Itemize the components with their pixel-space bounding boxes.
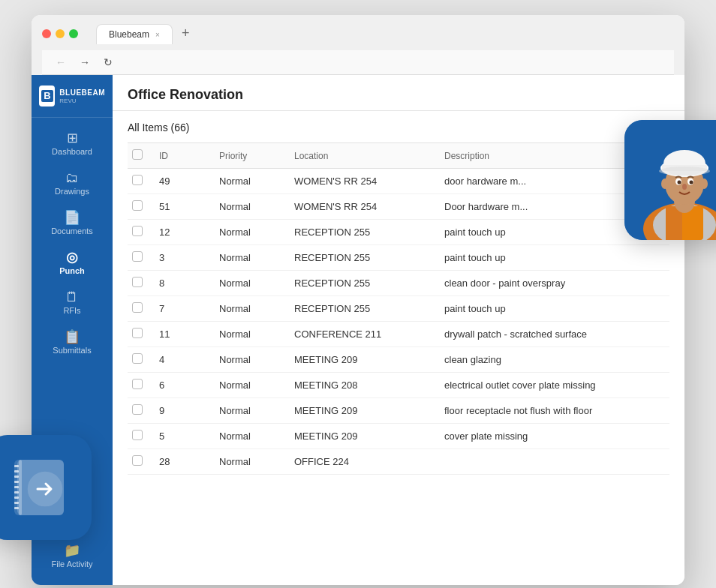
- cell-location-5: RECEPTION 255: [285, 296, 435, 322]
- svg-rect-22: [14, 465, 19, 467]
- table-row: 12 Normal RECEPTION 255 paint touch up: [128, 220, 669, 245]
- tab-close-button[interactable]: ×: [155, 31, 160, 39]
- forward-button[interactable]: →: [77, 55, 93, 70]
- cell-id-10: 5: [150, 424, 210, 449]
- file-activity-icon: 📁: [64, 544, 80, 557]
- cell-description-3: paint touch up: [435, 245, 669, 271]
- svg-rect-23: [14, 470, 19, 472]
- row-checkbox-4[interactable]: [132, 277, 143, 287]
- sidebar-item-rfis[interactable]: 🗒 RFIs: [32, 283, 113, 322]
- refresh-button[interactable]: ↻: [101, 55, 116, 70]
- rfis-icon: 🗒: [65, 290, 79, 304]
- svg-rect-31: [19, 460, 22, 515]
- table-row: 6 Normal MEETING 208 electrical outlet c…: [128, 373, 669, 398]
- table-row: 28 Normal OFFICE 224: [128, 449, 669, 475]
- row-checkbox-8[interactable]: [132, 379, 143, 389]
- cell-priority-8: Normal: [210, 373, 285, 398]
- row-checkbox-7[interactable]: [132, 353, 143, 364]
- cell-description-4: clean door - paint overspray: [435, 271, 669, 296]
- col-header-priority: Priority: [210, 143, 285, 169]
- row-checkbox-1[interactable]: [132, 200, 143, 211]
- svg-rect-29: [14, 502, 19, 504]
- cell-location-3: RECEPTION 255: [285, 245, 435, 271]
- table-row: 49 Normal WOMEN'S RR 254 door hardware m…: [128, 169, 669, 194]
- row-checkbox-6[interactable]: [132, 328, 143, 338]
- sidebar-item-dashboard[interactable]: ⊞ Dashboard: [32, 124, 113, 164]
- row-checkbox-0[interactable]: [132, 175, 143, 185]
- cell-priority-6: Normal: [210, 322, 285, 347]
- drawings-icon: 🗂: [65, 171, 79, 184]
- cell-location-6: CONFERENCE 211: [285, 322, 435, 347]
- traffic-light-yellow[interactable]: [56, 29, 65, 38]
- cell-priority-1: Normal: [210, 194, 285, 220]
- sidebar-item-punch[interactable]: ◎ Punch: [32, 243, 113, 283]
- row-checkbox-2[interactable]: [132, 226, 143, 236]
- browser-tab[interactable]: Bluebeam ×: [96, 24, 173, 44]
- cell-id-11: 28: [150, 449, 210, 475]
- punch-label: Punch: [59, 266, 85, 275]
- cell-id-4: 8: [150, 271, 210, 296]
- table-row: 8 Normal RECEPTION 255 clean door - pain…: [128, 271, 669, 296]
- sidebar-item-submittals[interactable]: 📋 Submittals: [32, 322, 113, 362]
- items-table: ID Priority Location Description 49 Norm…: [128, 142, 669, 475]
- table-row: 9 Normal MEETING 209 floor receptacle no…: [128, 398, 669, 424]
- cell-description-6: drywall patch - scratched surface: [435, 322, 669, 347]
- row-checkbox-3[interactable]: [132, 251, 143, 262]
- main-content: Office Renovation All Items (66) ID Prio…: [113, 75, 684, 585]
- logo-text: BLUEBEAM: [59, 88, 105, 98]
- rfis-label: RFIs: [63, 306, 80, 315]
- svg-rect-25: [14, 481, 19, 483]
- logo-subtext: REVU: [59, 98, 105, 104]
- cell-location-1: WOMEN'S RR 254: [285, 194, 435, 220]
- col-header-location: Location: [285, 143, 435, 169]
- cell-id-2: 12: [150, 220, 210, 245]
- svg-point-19: [700, 178, 708, 189]
- select-all-checkbox[interactable]: [132, 149, 143, 160]
- cell-priority-3: Normal: [210, 245, 285, 271]
- svg-text:B: B: [44, 90, 50, 101]
- traffic-light-green[interactable]: [69, 29, 78, 38]
- sidebar-item-file-activity[interactable]: 📁 File Activity: [47, 536, 97, 576]
- cell-priority-11: Normal: [210, 449, 285, 475]
- cell-priority-10: Normal: [210, 424, 285, 449]
- back-button[interactable]: ←: [53, 55, 69, 70]
- cell-id-6: 11: [150, 322, 210, 347]
- section-title: All Items (66): [128, 122, 669, 134]
- svg-point-18: [661, 178, 669, 189]
- sidebar-item-documents[interactable]: 📄 Documents: [32, 203, 113, 243]
- cell-id-3: 3: [150, 245, 210, 271]
- worker-avatar: [624, 120, 716, 240]
- sidebar-logo: B BLUEBEAM REVU: [32, 75, 113, 118]
- cell-location-2: RECEPTION 255: [285, 220, 435, 245]
- row-checkbox-5[interactable]: [132, 302, 143, 313]
- table-row: 51 Normal WOMEN'S RR 254 Door hardware m…: [128, 194, 669, 220]
- cell-id-0: 49: [150, 169, 210, 194]
- cell-description-9: floor receptacle not flush with floor: [435, 398, 669, 424]
- sidebar-bottom: 📁 File Activity: [32, 536, 113, 576]
- table-row: 5 Normal MEETING 209 cover plate missing: [128, 424, 669, 449]
- cell-priority-7: Normal: [210, 347, 285, 373]
- cell-priority-2: Normal: [210, 220, 285, 245]
- cell-priority-5: Normal: [210, 296, 285, 322]
- tab-label: Bluebeam: [109, 29, 149, 40]
- cell-id-7: 4: [150, 347, 210, 373]
- row-checkbox-10[interactable]: [132, 430, 143, 440]
- cell-description-7: clean glazing: [435, 347, 669, 373]
- svg-point-12: [659, 166, 710, 176]
- cell-description-10: cover plate missing: [435, 424, 669, 449]
- new-tab-button[interactable]: +: [176, 22, 196, 44]
- dashboard-label: Dashboard: [52, 147, 92, 156]
- dashboard-icon: ⊞: [67, 131, 78, 145]
- cell-location-10: MEETING 209: [285, 424, 435, 449]
- cell-id-8: 6: [150, 373, 210, 398]
- submittals-label: Submittals: [53, 346, 91, 355]
- svg-rect-30: [14, 507, 19, 509]
- row-checkbox-9[interactable]: [132, 404, 143, 415]
- table-row: 3 Normal RECEPTION 255 paint touch up: [128, 245, 669, 271]
- cell-location-9: MEETING 209: [285, 398, 435, 424]
- submittals-icon: 📋: [64, 330, 80, 344]
- row-checkbox-11[interactable]: [132, 455, 143, 466]
- sidebar-item-drawings[interactable]: 🗂 Drawings: [32, 164, 113, 203]
- logo-icon: B: [39, 86, 55, 106]
- traffic-light-red[interactable]: [42, 29, 51, 38]
